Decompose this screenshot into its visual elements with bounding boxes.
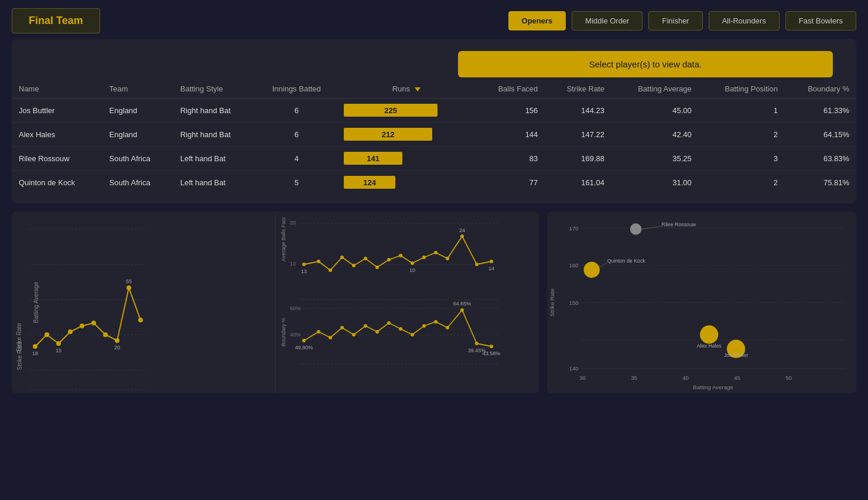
- y-label-batting-avg: Batting Average: [33, 282, 39, 323]
- svg-text:170: 170: [569, 225, 579, 232]
- cell-innings: 5: [256, 171, 337, 195]
- cell-pos: 2: [699, 123, 785, 147]
- svg-text:35: 35: [631, 375, 637, 381]
- tab-finisher[interactable]: Finisher: [648, 11, 702, 30]
- cell-team: South Africa: [102, 171, 173, 195]
- cell-boundary: 64.15%: [785, 123, 856, 147]
- svg-point-52: [317, 260, 320, 263]
- cell-avg: 45.00: [611, 98, 699, 123]
- svg-text:Average Balls Faced: Average Balls Faced: [281, 217, 286, 261]
- svg-strike-rate: 150 100 113: [29, 384, 152, 393]
- col-innings: Innings Batted: [256, 80, 337, 98]
- table-row[interactable]: Jos Buttler England Right hand Bat 6 225…: [12, 98, 856, 123]
- table-row[interactable]: Rilee Rossouw South Africa Left hand Bat…: [12, 147, 856, 171]
- table-row[interactable]: Alex Hales England Right hand Bat 6 212 …: [12, 123, 856, 147]
- svg-point-11: [68, 329, 73, 334]
- svg-point-12: [80, 324, 84, 328]
- sort-arrow-icon: [415, 87, 421, 91]
- cell-boundary: 61.33%: [785, 98, 856, 123]
- col-balls: Balls Faced: [476, 80, 545, 98]
- svg-point-58: [387, 258, 391, 261]
- cell-runs: 124: [337, 171, 476, 195]
- svg-text:60%: 60%: [290, 305, 300, 311]
- tab-fast-bowlers[interactable]: Fast Bowlers: [785, 11, 856, 30]
- dot-rilee-rossouw[interactable]: [630, 223, 642, 235]
- col-batting-style: Batting Style: [173, 80, 257, 98]
- col-avg: Batting Average: [611, 80, 699, 98]
- svg-point-15: [115, 338, 119, 343]
- label-quinton-de-kock: Quinton de Kock: [607, 258, 646, 264]
- svg-point-84: [399, 327, 402, 331]
- cell-balls: 156: [476, 98, 545, 123]
- svg-point-64: [460, 234, 464, 238]
- svg-text:50: 50: [785, 375, 792, 381]
- svg-point-65: [475, 263, 479, 266]
- svg-point-78: [329, 336, 332, 339]
- svg-point-86: [422, 324, 426, 328]
- svg-point-89: [460, 308, 464, 312]
- label-jos-buttler: Jos Buttler: [724, 352, 749, 358]
- chart-batting-avg: Batting Average 50 18 0: [12, 212, 275, 393]
- cell-runs: 225: [337, 98, 476, 123]
- cell-avg: 31.00: [611, 171, 699, 195]
- dot-quinton-de-kock[interactable]: [584, 262, 600, 278]
- svg-text:30: 30: [579, 375, 586, 381]
- svg-text:140: 140: [569, 365, 579, 372]
- svg-point-85: [411, 333, 414, 336]
- cell-runs: 141: [337, 147, 476, 171]
- svg-point-82: [375, 330, 379, 334]
- cell-style: Left hand Bat: [173, 147, 257, 171]
- svg-text:20: 20: [114, 345, 120, 351]
- svg-text:18: 18: [32, 351, 38, 356]
- svg-text:150: 150: [569, 300, 579, 306]
- cell-avg: 42.40: [611, 123, 699, 147]
- cell-name: Quinton de Kock: [12, 171, 102, 195]
- chart-panel-right: 170 160 150 140 30 35 40 45 50 Batting A…: [547, 212, 856, 393]
- cell-pos: 2: [699, 171, 785, 195]
- table-row[interactable]: Quinton de Kock South Africa Left hand B…: [12, 171, 856, 195]
- svg-point-51: [302, 263, 306, 266]
- svg-point-59: [399, 254, 402, 257]
- tab-middle-order[interactable]: Middle Order: [572, 11, 643, 30]
- svg-point-90: [475, 342, 479, 345]
- svg-point-76: [302, 339, 306, 342]
- cell-name: Jos Buttler: [12, 98, 102, 123]
- cell-name: Alex Hales: [12, 123, 102, 147]
- cell-avg: 35.25: [611, 147, 699, 171]
- col-runs[interactable]: Runs: [337, 80, 476, 98]
- cell-runs: 212: [337, 123, 476, 147]
- cell-balls: 144: [476, 123, 545, 147]
- cell-pos: 1: [699, 98, 785, 123]
- cell-innings: 6: [256, 123, 337, 147]
- svg-point-13: [91, 321, 96, 325]
- svg-point-10: [56, 341, 61, 346]
- svg-text:20: 20: [290, 220, 296, 226]
- svg-text:55: 55: [126, 278, 132, 284]
- svg-point-77: [317, 330, 320, 334]
- svg-point-55: [352, 264, 356, 267]
- cell-sr: 169.88: [545, 147, 611, 171]
- cell-team: South Africa: [102, 147, 173, 171]
- cell-boundary: 63.83%: [785, 147, 856, 171]
- col-boundary: Boundary %: [785, 80, 856, 98]
- dot-alex-hales[interactable]: [700, 325, 718, 343]
- tab-group: Openers Middle Order Finisher All-Rounde…: [508, 11, 856, 30]
- svg-point-61: [422, 256, 426, 259]
- svg-text:45: 45: [734, 375, 740, 381]
- data-table: Name Team Batting Style Innings Batted R…: [12, 80, 856, 194]
- cell-sr: 147.22: [545, 123, 611, 147]
- svg-text:49.90%: 49.90%: [295, 345, 313, 351]
- svg-batting-avg: 50 18 0 18: [29, 217, 152, 387]
- svg-text:Boundary %: Boundary %: [281, 318, 286, 346]
- svg-text:24: 24: [459, 227, 464, 233]
- tab-all-rounders[interactable]: All-Rounders: [709, 11, 780, 30]
- svg-point-87: [434, 320, 438, 324]
- header: Final Team Openers Middle Order Finisher…: [0, 0, 868, 39]
- svg-point-60: [411, 261, 414, 265]
- svg-point-17: [138, 318, 143, 322]
- tab-openers[interactable]: Openers: [508, 11, 566, 30]
- cell-style: Right hand Bat: [173, 123, 257, 147]
- svg-point-62: [434, 251, 438, 254]
- svg-point-66: [490, 260, 493, 263]
- svg-point-16: [127, 285, 131, 290]
